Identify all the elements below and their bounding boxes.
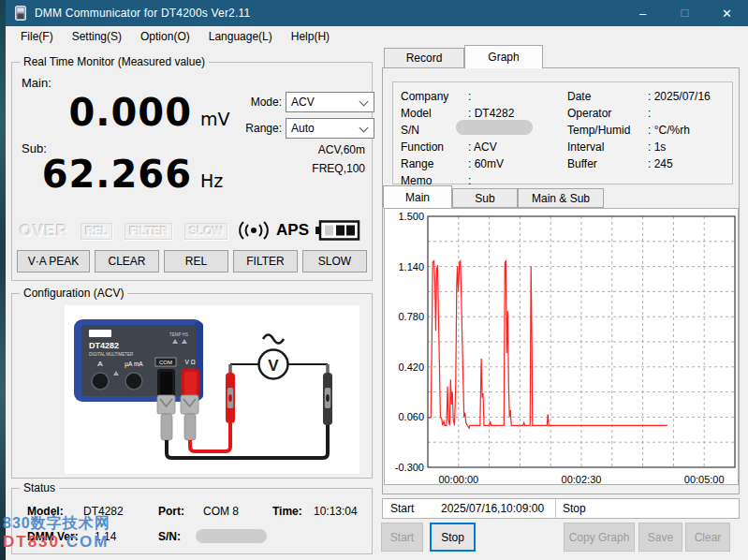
source-v-text: V xyxy=(268,357,279,375)
tab-graph[interactable]: Graph xyxy=(464,45,543,68)
info-temp-label: Temp/Humid xyxy=(567,124,648,137)
stop-button[interactable]: Stop xyxy=(430,523,476,552)
status-model-label: Model: xyxy=(27,505,64,518)
record-row-divider xyxy=(555,499,556,518)
multimeter-illustration: DT4282 DIGITAL MULTIMETER TEMP HS A µA m… xyxy=(65,305,359,474)
app-window: DMM Communicator for DT4200s Ver2.11 – ☐… xyxy=(0,0,748,560)
info-operator-value: : xyxy=(648,107,651,120)
slow-button[interactable]: SLOW xyxy=(302,250,367,273)
status-ver-label: DMM Ver: xyxy=(27,530,79,543)
range-detail: ACV,60m xyxy=(318,143,365,156)
menubar: File(F) Setting(S) Option(O) Language(L)… xyxy=(6,26,748,47)
monitor-button-row: V·A PEAK CLEAR REL FILTER SLOW xyxy=(17,250,367,273)
svg-text:0.060: 0.060 xyxy=(398,411,424,422)
svg-text:-0.300: -0.300 xyxy=(395,462,424,473)
status-time-label: Time: xyxy=(272,505,302,518)
filter-button[interactable]: FILTER xyxy=(233,250,298,273)
info-date-value: : 2025/07/16 xyxy=(648,90,711,103)
start-button[interactable]: Start xyxy=(381,523,423,552)
svg-text:00:02:30: 00:02:30 xyxy=(562,474,602,484)
info-range-value: : 60mV xyxy=(468,157,504,170)
chevron-down-icon xyxy=(359,97,369,107)
meter-model-text: DT4282 xyxy=(89,341,119,350)
desktop-background-strip xyxy=(0,0,6,560)
svg-text:0.420: 0.420 xyxy=(398,361,424,373)
tab-sub[interactable]: Sub xyxy=(452,188,518,208)
menu-file[interactable]: File(F) xyxy=(11,26,63,47)
info-memo-value: : xyxy=(468,174,471,187)
clear-button[interactable]: CLEAR xyxy=(95,250,159,273)
sub-unit: Hz xyxy=(200,170,223,191)
main-value: 0.000 xyxy=(31,91,192,134)
meter-type-text: DIGITAL MULTIMETER xyxy=(89,352,134,357)
tab-main-sub[interactable]: Main & Sub xyxy=(518,188,604,208)
info-interval-label: Interval xyxy=(567,140,648,154)
status-port-value: COM 8 xyxy=(203,505,239,518)
info-function-label: Function xyxy=(401,140,468,154)
info-interval-value: : 1s xyxy=(648,140,666,154)
jack-ua xyxy=(125,373,142,390)
info-function-value: : ACV xyxy=(468,140,497,154)
mode-value: ACV xyxy=(291,96,315,109)
probe-red xyxy=(226,364,235,423)
status-title: Status xyxy=(20,481,59,494)
aps-cluster: APS xyxy=(238,220,360,241)
sub-value: 62.266 xyxy=(31,153,192,196)
record-info-box: Company: Model: DT4282 S/N Function: ACV… xyxy=(392,81,733,184)
menu-help[interactable]: Help(H) xyxy=(282,26,339,47)
rel-button[interactable]: REL xyxy=(164,250,228,273)
range-label: Range: xyxy=(242,122,282,135)
range-select[interactable]: Auto xyxy=(286,118,374,139)
configuration-title: Configuration (ACV) xyxy=(20,287,127,300)
status-ver-value: 1.14 xyxy=(95,530,116,543)
main-label: Main: xyxy=(22,76,51,90)
mode-label: Mode: xyxy=(242,96,282,109)
plug-black xyxy=(157,395,175,440)
realtime-monitor-title: Real Time Monitor (Measured value) xyxy=(20,55,209,68)
sub-reading: 62.266 Hz xyxy=(31,153,223,196)
main-reading: 0.000 mV xyxy=(31,91,230,134)
va-peak-button[interactable]: V·A PEAK xyxy=(17,250,90,273)
main-unit: mV xyxy=(200,109,230,129)
realtime-monitor-group: Real Time Monitor (Measured value) Main:… xyxy=(11,62,373,281)
tab-main[interactable]: Main xyxy=(383,185,452,208)
indicator-filter: FILTER xyxy=(125,223,172,240)
menu-language[interactable]: Language(L) xyxy=(199,26,282,47)
info-model-label: Model xyxy=(401,107,468,120)
svg-text:1.140: 1.140 xyxy=(398,261,424,273)
clear-button[interactable]: Clear xyxy=(685,523,730,552)
indicator-over: OVER xyxy=(20,222,68,241)
brand-badge xyxy=(89,330,111,337)
sn-redaction-blob xyxy=(196,529,267,543)
status-model-value: DT4282 xyxy=(83,505,124,518)
info-temp-value: : °C/%rh xyxy=(648,124,690,137)
svg-text:1.500: 1.500 xyxy=(398,211,424,222)
status-port-label: Port: xyxy=(158,505,184,518)
chart-panel: 1.5001.1400.7800.4200.060-0.30000:00:000… xyxy=(384,208,739,485)
svg-text:0.780: 0.780 xyxy=(398,311,424,322)
jack-a xyxy=(92,373,109,390)
svg-text:00:00:00: 00:00:00 xyxy=(438,474,478,484)
configuration-group: Configuration (ACV) DT4282 DIGITAL MULTI… xyxy=(11,293,373,479)
info-operator-label: Operator xyxy=(567,107,648,120)
copy-graph-button[interactable]: Copy Graph xyxy=(564,523,635,552)
mode-select[interactable]: ACV xyxy=(286,92,374,112)
info-buffer-value: : 245 xyxy=(648,157,673,170)
save-button[interactable]: Save xyxy=(638,523,682,552)
close-icon[interactable]: ✕ xyxy=(706,0,748,26)
main-chart: 1.5001.1400.7800.4200.060-0.30000:00:000… xyxy=(385,209,738,484)
tab-record[interactable]: Record xyxy=(384,48,464,68)
graph-tab-page: Company: Model: DT4282 S/N Function: ACV… xyxy=(382,67,740,494)
ac-symbol xyxy=(263,335,284,344)
minimize-icon[interactable]: – xyxy=(622,0,664,26)
menu-option[interactable]: Option(O) xyxy=(131,26,199,47)
info-buffer-label: Buffer xyxy=(567,157,648,170)
info-company-value: : xyxy=(468,90,471,103)
test-lead-red xyxy=(190,423,230,451)
menu-setting[interactable]: Setting(S) xyxy=(63,26,131,47)
v-ohm-label: V Ω xyxy=(184,359,195,365)
info-model-value: : DT4282 xyxy=(468,107,514,120)
maximize-icon[interactable]: ☐ xyxy=(664,0,706,26)
window-title: DMM Communicator for DT4200s Ver2.11 xyxy=(35,7,250,20)
status-sn-label: S/N: xyxy=(158,530,181,543)
